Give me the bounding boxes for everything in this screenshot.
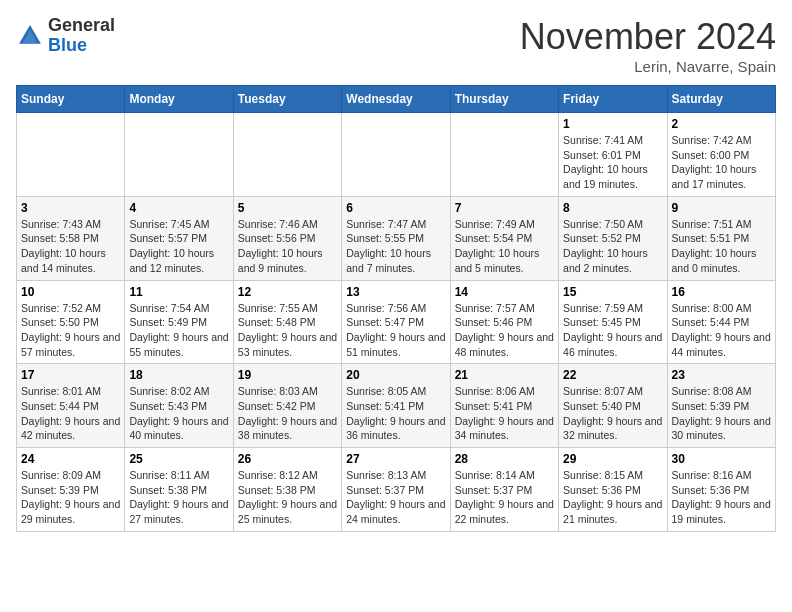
calendar-week-3: 10Sunrise: 7:52 AMSunset: 5:50 PMDayligh… [17, 280, 776, 364]
calendar-week-1: 1Sunrise: 7:41 AMSunset: 6:01 PMDaylight… [17, 113, 776, 197]
calendar-header: SundayMondayTuesdayWednesdayThursdayFrid… [17, 86, 776, 113]
calendar-cell [17, 113, 125, 197]
calendar-cell: 12Sunrise: 7:55 AMSunset: 5:48 PMDayligh… [233, 280, 341, 364]
day-info: Sunrise: 8:12 AMSunset: 5:38 PMDaylight:… [238, 468, 337, 527]
day-number: 24 [21, 452, 120, 466]
calendar-cell: 28Sunrise: 8:14 AMSunset: 5:37 PMDayligh… [450, 448, 558, 532]
calendar-cell: 16Sunrise: 8:00 AMSunset: 5:44 PMDayligh… [667, 280, 775, 364]
calendar-cell: 8Sunrise: 7:50 AMSunset: 5:52 PMDaylight… [559, 196, 667, 280]
day-number: 7 [455, 201, 554, 215]
calendar-cell: 26Sunrise: 8:12 AMSunset: 5:38 PMDayligh… [233, 448, 341, 532]
calendar-cell: 4Sunrise: 7:45 AMSunset: 5:57 PMDaylight… [125, 196, 233, 280]
weekday-header-tuesday: Tuesday [233, 86, 341, 113]
calendar-week-5: 24Sunrise: 8:09 AMSunset: 5:39 PMDayligh… [17, 448, 776, 532]
logo-icon [16, 22, 44, 50]
day-number: 26 [238, 452, 337, 466]
day-number: 30 [672, 452, 771, 466]
calendar-cell: 27Sunrise: 8:13 AMSunset: 5:37 PMDayligh… [342, 448, 450, 532]
calendar-cell [233, 113, 341, 197]
day-info: Sunrise: 8:13 AMSunset: 5:37 PMDaylight:… [346, 468, 445, 527]
day-info: Sunrise: 8:09 AMSunset: 5:39 PMDaylight:… [21, 468, 120, 527]
logo-blue-text: Blue [48, 35, 87, 55]
day-number: 28 [455, 452, 554, 466]
day-number: 19 [238, 368, 337, 382]
day-number: 23 [672, 368, 771, 382]
calendar-cell: 30Sunrise: 8:16 AMSunset: 5:36 PMDayligh… [667, 448, 775, 532]
calendar-cell: 11Sunrise: 7:54 AMSunset: 5:49 PMDayligh… [125, 280, 233, 364]
day-info: Sunrise: 8:06 AMSunset: 5:41 PMDaylight:… [455, 384, 554, 443]
day-number: 5 [238, 201, 337, 215]
day-info: Sunrise: 8:11 AMSunset: 5:38 PMDaylight:… [129, 468, 228, 527]
day-number: 13 [346, 285, 445, 299]
weekday-header-thursday: Thursday [450, 86, 558, 113]
calendar-cell: 2Sunrise: 7:42 AMSunset: 6:00 PMDaylight… [667, 113, 775, 197]
calendar-week-2: 3Sunrise: 7:43 AMSunset: 5:58 PMDaylight… [17, 196, 776, 280]
day-info: Sunrise: 8:15 AMSunset: 5:36 PMDaylight:… [563, 468, 662, 527]
day-info: Sunrise: 8:05 AMSunset: 5:41 PMDaylight:… [346, 384, 445, 443]
day-info: Sunrise: 8:00 AMSunset: 5:44 PMDaylight:… [672, 301, 771, 360]
calendar-cell: 19Sunrise: 8:03 AMSunset: 5:42 PMDayligh… [233, 364, 341, 448]
day-info: Sunrise: 7:45 AMSunset: 5:57 PMDaylight:… [129, 217, 228, 276]
day-info: Sunrise: 7:50 AMSunset: 5:52 PMDaylight:… [563, 217, 662, 276]
calendar-cell [450, 113, 558, 197]
day-number: 18 [129, 368, 228, 382]
day-info: Sunrise: 7:46 AMSunset: 5:56 PMDaylight:… [238, 217, 337, 276]
day-info: Sunrise: 7:54 AMSunset: 5:49 PMDaylight:… [129, 301, 228, 360]
day-info: Sunrise: 7:41 AMSunset: 6:01 PMDaylight:… [563, 133, 662, 192]
calendar-cell: 22Sunrise: 8:07 AMSunset: 5:40 PMDayligh… [559, 364, 667, 448]
day-info: Sunrise: 7:51 AMSunset: 5:51 PMDaylight:… [672, 217, 771, 276]
day-info: Sunrise: 7:55 AMSunset: 5:48 PMDaylight:… [238, 301, 337, 360]
calendar-cell: 29Sunrise: 8:15 AMSunset: 5:36 PMDayligh… [559, 448, 667, 532]
weekday-header-friday: Friday [559, 86, 667, 113]
day-number: 6 [346, 201, 445, 215]
day-info: Sunrise: 7:42 AMSunset: 6:00 PMDaylight:… [672, 133, 771, 192]
day-info: Sunrise: 8:01 AMSunset: 5:44 PMDaylight:… [21, 384, 120, 443]
day-info: Sunrise: 7:43 AMSunset: 5:58 PMDaylight:… [21, 217, 120, 276]
day-number: 27 [346, 452, 445, 466]
day-number: 29 [563, 452, 662, 466]
day-number: 8 [563, 201, 662, 215]
day-info: Sunrise: 7:57 AMSunset: 5:46 PMDaylight:… [455, 301, 554, 360]
day-number: 20 [346, 368, 445, 382]
weekday-header-saturday: Saturday [667, 86, 775, 113]
day-number: 10 [21, 285, 120, 299]
day-number: 16 [672, 285, 771, 299]
day-info: Sunrise: 7:56 AMSunset: 5:47 PMDaylight:… [346, 301, 445, 360]
calendar-cell: 20Sunrise: 8:05 AMSunset: 5:41 PMDayligh… [342, 364, 450, 448]
day-number: 15 [563, 285, 662, 299]
day-info: Sunrise: 7:59 AMSunset: 5:45 PMDaylight:… [563, 301, 662, 360]
weekday-header-monday: Monday [125, 86, 233, 113]
calendar-cell: 5Sunrise: 7:46 AMSunset: 5:56 PMDaylight… [233, 196, 341, 280]
day-info: Sunrise: 7:49 AMSunset: 5:54 PMDaylight:… [455, 217, 554, 276]
title-section: November 2024 Lerin, Navarre, Spain [520, 16, 776, 75]
logo: General Blue [16, 16, 115, 56]
day-number: 3 [21, 201, 120, 215]
calendar-cell: 3Sunrise: 7:43 AMSunset: 5:58 PMDaylight… [17, 196, 125, 280]
calendar-cell: 7Sunrise: 7:49 AMSunset: 5:54 PMDaylight… [450, 196, 558, 280]
day-number: 11 [129, 285, 228, 299]
day-number: 12 [238, 285, 337, 299]
weekday-header-sunday: Sunday [17, 86, 125, 113]
day-number: 22 [563, 368, 662, 382]
day-number: 21 [455, 368, 554, 382]
calendar-cell: 23Sunrise: 8:08 AMSunset: 5:39 PMDayligh… [667, 364, 775, 448]
weekday-header-wednesday: Wednesday [342, 86, 450, 113]
calendar-cell: 13Sunrise: 7:56 AMSunset: 5:47 PMDayligh… [342, 280, 450, 364]
day-info: Sunrise: 8:02 AMSunset: 5:43 PMDaylight:… [129, 384, 228, 443]
location-text: Lerin, Navarre, Spain [520, 58, 776, 75]
calendar-cell: 15Sunrise: 7:59 AMSunset: 5:45 PMDayligh… [559, 280, 667, 364]
day-number: 1 [563, 117, 662, 131]
calendar-cell [342, 113, 450, 197]
calendar-cell: 14Sunrise: 7:57 AMSunset: 5:46 PMDayligh… [450, 280, 558, 364]
calendar-cell: 6Sunrise: 7:47 AMSunset: 5:55 PMDaylight… [342, 196, 450, 280]
calendar-cell: 24Sunrise: 8:09 AMSunset: 5:39 PMDayligh… [17, 448, 125, 532]
day-info: Sunrise: 8:08 AMSunset: 5:39 PMDaylight:… [672, 384, 771, 443]
day-number: 17 [21, 368, 120, 382]
calendar-body: 1Sunrise: 7:41 AMSunset: 6:01 PMDaylight… [17, 113, 776, 532]
day-info: Sunrise: 7:52 AMSunset: 5:50 PMDaylight:… [21, 301, 120, 360]
calendar-week-4: 17Sunrise: 8:01 AMSunset: 5:44 PMDayligh… [17, 364, 776, 448]
day-info: Sunrise: 8:07 AMSunset: 5:40 PMDaylight:… [563, 384, 662, 443]
day-number: 2 [672, 117, 771, 131]
day-info: Sunrise: 8:14 AMSunset: 5:37 PMDaylight:… [455, 468, 554, 527]
day-info: Sunrise: 7:47 AMSunset: 5:55 PMDaylight:… [346, 217, 445, 276]
